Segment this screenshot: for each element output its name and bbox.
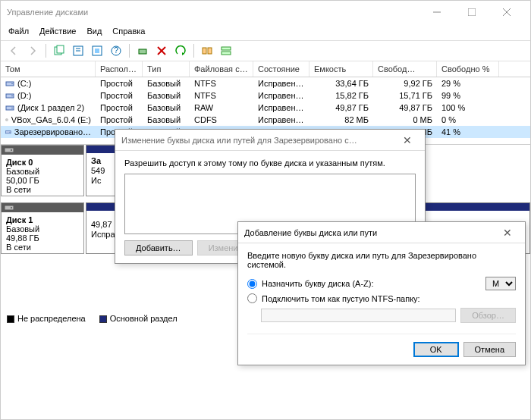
svg-point-31 <box>11 149 12 151</box>
mount-folder-label: Подключить том как пустую NTFS-папку: <box>262 294 420 303</box>
toolbar-button-5[interactable] <box>134 42 151 59</box>
add-button[interactable]: Добавить… <box>124 240 193 255</box>
mount-folder-radio[interactable] <box>247 293 257 303</box>
svg-rect-32 <box>5 205 14 210</box>
mount-path-input <box>261 309 456 322</box>
close-icon[interactable]: ✕ <box>496 227 519 239</box>
volume-row[interactable]: (D:)ПростойБазовыйNTFSИсправен…15,82 ГБ1… <box>1 89 530 102</box>
minimize-button[interactable] <box>419 1 454 24</box>
svg-point-29 <box>9 132 10 133</box>
toolbar-button-7[interactable] <box>172 42 189 59</box>
disk-label-0[interactable]: Диск 0 Базовый 50,00 ГБ В сети <box>1 145 84 196</box>
disk-icon <box>5 146 14 154</box>
drive-icon <box>5 79 14 88</box>
menubar: Файл Действие Вид Справка <box>1 24 530 40</box>
volume-row[interactable]: (C:)ПростойБазовыйNTFSИсправен…33,64 ГБ9… <box>1 77 530 89</box>
col-type[interactable]: Тип <box>143 61 190 77</box>
disk-label-1[interactable]: Диск 1 Базовый 49,88 ГБ В сети <box>1 202 84 254</box>
col-fs[interactable]: Файловая с… <box>190 61 253 77</box>
toolbar: ? <box>1 40 530 61</box>
menu-view[interactable]: Вид <box>86 27 102 36</box>
add-drive-letter-dialog: Добавление буквы диска или пути ✕ Введит… <box>237 221 526 365</box>
volume-list: Том Располо… Тип Файловая с… Состояние Е… <box>1 61 530 138</box>
titlebar: Управление дисками <box>1 1 530 24</box>
drive-icon <box>5 127 11 136</box>
maximize-button[interactable] <box>454 1 489 24</box>
svg-rect-1 <box>468 8 476 16</box>
drive-icon <box>5 103 14 112</box>
svg-rect-17 <box>208 48 212 54</box>
svg-rect-10 <box>95 49 99 53</box>
volume-list-header: Том Располо… Тип Файловая с… Состояние Е… <box>1 61 530 77</box>
volume-row[interactable]: (Диск 1 раздел 2)ПростойБазовыйRAWИсправ… <box>1 102 530 114</box>
help-button[interactable]: ? <box>108 42 124 59</box>
col-capacity[interactable]: Емкость <box>309 61 373 77</box>
svg-point-21 <box>11 83 13 85</box>
legend: Не распределена Основной раздел <box>7 314 178 323</box>
svg-text:?: ? <box>114 45 118 55</box>
delete-button[interactable] <box>153 42 170 59</box>
window-title: Управление дисками <box>7 8 419 17</box>
dialog-instruction: Разрешить доступ к этому тому по букве д… <box>124 158 416 168</box>
disk-name: Диск 1 <box>6 215 79 224</box>
svg-rect-16 <box>203 48 206 54</box>
menu-file[interactable]: Файл <box>8 27 29 36</box>
close-button[interactable] <box>489 1 524 24</box>
dialog-title: Добавление буквы диска или пути <box>244 228 496 237</box>
cancel-button[interactable]: Отмена <box>463 342 516 357</box>
assign-letter-label: Назначить букву диска (A-Z): <box>262 279 481 288</box>
svg-point-33 <box>11 207 12 208</box>
assign-letter-radio[interactable] <box>247 279 257 289</box>
col-volume[interactable]: Том <box>1 61 96 77</box>
svg-point-23 <box>11 96 13 97</box>
svg-rect-5 <box>57 45 64 53</box>
toolbar-button-3[interactable] <box>89 42 105 59</box>
cd-icon <box>5 115 8 124</box>
browse-button: Обзор… <box>460 308 516 323</box>
toolbar-button-8[interactable] <box>199 42 215 59</box>
disk-name: Диск 0 <box>6 158 79 167</box>
svg-point-25 <box>11 108 13 109</box>
svg-rect-19 <box>222 52 231 55</box>
drive-letter-select[interactable]: M <box>485 277 516 290</box>
volume-row[interactable]: VBox_GAs_6.0.4 (E:)ПростойБазовыйCDFSИсп… <box>1 114 530 126</box>
drive-icon <box>5 91 14 100</box>
col-status[interactable]: Состояние <box>253 61 309 77</box>
col-layout[interactable]: Располо… <box>96 61 143 77</box>
back-button <box>5 42 22 59</box>
forward-button <box>24 42 41 59</box>
svg-point-27 <box>6 120 7 121</box>
col-freepct[interactable]: Свободно % <box>437 61 499 77</box>
menu-help[interactable]: Справка <box>112 27 145 36</box>
svg-rect-30 <box>5 148 14 152</box>
svg-rect-18 <box>222 47 231 50</box>
toolbar-button-1[interactable] <box>51 42 68 59</box>
ok-button[interactable]: OK <box>413 342 459 357</box>
disk-icon <box>5 204 14 212</box>
toolbar-button-9[interactable] <box>218 42 234 59</box>
close-icon[interactable]: ✕ <box>396 134 419 146</box>
dialog-title: Изменение буквы диска или путей для Заре… <box>121 136 396 145</box>
menu-action[interactable]: Действие <box>39 27 76 36</box>
refresh-button[interactable] <box>70 42 86 59</box>
dialog-instruction: Введите новую букву диска или путь для З… <box>247 251 516 269</box>
col-free[interactable]: Свобод… <box>373 61 437 77</box>
svg-rect-13 <box>139 49 146 54</box>
partition[interactable]: За 549 Ис <box>86 145 116 196</box>
